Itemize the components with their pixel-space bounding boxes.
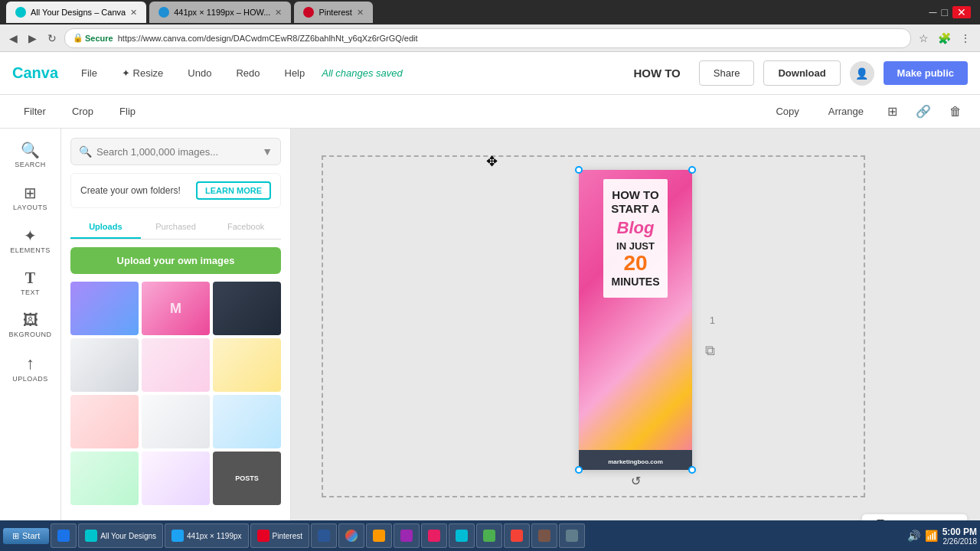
learn-more-button[interactable]: LEARN MORE bbox=[196, 181, 271, 200]
file-button[interactable]: File bbox=[74, 63, 105, 83]
crop-button[interactable]: Crop bbox=[60, 100, 105, 122]
search-input[interactable] bbox=[96, 146, 257, 158]
image-toolbar-right: Copy Arrange ⊞ 🔗 🗑 bbox=[764, 100, 968, 122]
share-button[interactable]: Share bbox=[699, 60, 755, 86]
title-bar: All Your Designs – Canva ✕ 441px × 1199p… bbox=[0, 0, 980, 24]
network-icon[interactable]: 📶 bbox=[925, 530, 938, 542]
taskbar-item-canva1[interactable]: All Your Designs bbox=[78, 523, 163, 548]
address-bar[interactable]: 🔒 Secure https://www.canva.com/design/DA… bbox=[64, 28, 911, 48]
search-icon: 🔍 bbox=[21, 141, 40, 159]
tab-how-close-icon[interactable]: ✕ bbox=[275, 8, 282, 18]
list-item[interactable] bbox=[70, 395, 139, 448]
filter-button[interactable]: Filter bbox=[12, 100, 57, 122]
tab-facebook[interactable]: Facebook bbox=[211, 216, 281, 239]
list-item[interactable]: M bbox=[142, 282, 210, 335]
tab-pinterest[interactable]: Pinterest ✕ bbox=[294, 2, 372, 23]
bookmark-icon[interactable]: ☆ bbox=[916, 29, 932, 47]
tab-purchased[interactable]: Purchased bbox=[141, 216, 211, 239]
taskbar-item-canva2[interactable]: 441px × 1199px bbox=[165, 523, 248, 548]
close-button[interactable]: ✕ bbox=[952, 6, 971, 18]
taskbar-item-app8[interactable] bbox=[421, 523, 447, 548]
flip-button[interactable]: Flip bbox=[108, 100, 147, 122]
design-wrapper: HOW TO START A Blog IN JUST 20 MINUTES m… bbox=[579, 170, 692, 470]
sidebar-item-elements[interactable]: ✦ ELEMENTS bbox=[3, 220, 58, 260]
tab-canva-close-icon[interactable]: ✕ bbox=[130, 8, 137, 18]
selection-handle-br[interactable] bbox=[688, 466, 696, 474]
volume-icon[interactable]: 🔊 bbox=[907, 530, 920, 542]
undo-button[interactable]: Undo bbox=[180, 63, 219, 83]
list-item[interactable] bbox=[142, 338, 210, 392]
list-item[interactable]: POSTS bbox=[213, 452, 281, 505]
pinterest-favicon-icon bbox=[303, 7, 314, 18]
folder-promo: Create your own folders! LEARN MORE bbox=[70, 173, 281, 208]
sidebar-item-layouts[interactable]: ⊞ LAYOUTS bbox=[3, 178, 58, 217]
copy-button[interactable]: Copy bbox=[764, 100, 810, 122]
list-item[interactable] bbox=[142, 395, 210, 448]
sidebar-item-background[interactable]: 🖼 BKGROUND bbox=[3, 305, 58, 344]
resize-button[interactable]: ✦ Resize bbox=[114, 63, 171, 83]
link-icon[interactable]: 🔗 bbox=[910, 101, 937, 122]
list-item[interactable] bbox=[70, 338, 139, 392]
taskbar-item-app13[interactable] bbox=[559, 523, 585, 548]
list-item[interactable] bbox=[70, 452, 139, 505]
start-button[interactable]: ⊞ Start bbox=[3, 528, 49, 544]
tab-uploads[interactable]: Uploads bbox=[70, 216, 141, 239]
copy-page-button[interactable]: ⧉ bbox=[705, 343, 715, 359]
upload-images-button[interactable]: Upload your own images bbox=[70, 247, 281, 274]
settings-icon[interactable]: ⋮ bbox=[957, 29, 974, 47]
sidebar-item-text[interactable]: T TEXT bbox=[3, 263, 58, 302]
search-bar[interactable]: 🔍 ▼ bbox=[70, 138, 281, 165]
refresh-button[interactable]: ↻ bbox=[44, 29, 60, 47]
tab-pinterest-close-icon[interactable]: ✕ bbox=[357, 8, 364, 18]
selection-handle-bl[interactable] bbox=[575, 466, 583, 474]
taskbar-item-word[interactable] bbox=[311, 523, 337, 548]
design-card[interactable]: HOW TO START A Blog IN JUST 20 MINUTES m… bbox=[579, 170, 692, 470]
redo-button[interactable]: Redo bbox=[228, 63, 267, 83]
canvas-area[interactable]: ✥ HOW TO START A Blog IN JU bbox=[291, 129, 980, 551]
how-favicon-icon bbox=[158, 7, 169, 18]
list-item[interactable] bbox=[213, 395, 281, 448]
help-button[interactable]: Help bbox=[277, 63, 313, 83]
taskbar-item-pinterest[interactable]: Pinterest bbox=[250, 523, 309, 548]
make-public-button[interactable]: Make public bbox=[884, 61, 968, 85]
design-domain-bar: marketingboo.com bbox=[579, 450, 692, 470]
taskbar-item-ie[interactable] bbox=[51, 523, 77, 548]
taskbar-item-app6[interactable] bbox=[366, 523, 392, 548]
tab-how[interactable]: 441px × 1199px – HOW... ✕ bbox=[149, 2, 291, 23]
search-dropdown-icon[interactable]: ▼ bbox=[262, 145, 273, 158]
selection-handle-tr[interactable] bbox=[688, 166, 696, 174]
taskbar-item-app7[interactable] bbox=[394, 523, 420, 548]
tab-canva[interactable]: All Your Designs – Canva ✕ bbox=[6, 2, 146, 23]
sidebar-item-uploads[interactable]: ↑ UPLOADS bbox=[3, 347, 58, 389]
minimize-button[interactable]: ─ bbox=[929, 6, 937, 18]
clock-date: 2/26/2018 bbox=[942, 537, 977, 546]
list-item[interactable] bbox=[142, 452, 210, 505]
tab-how-label: 441px × 1199px – HOW... bbox=[174, 8, 270, 17]
back-button[interactable]: ◀ bbox=[6, 29, 21, 47]
list-item[interactable] bbox=[70, 282, 139, 335]
sidebar-item-search[interactable]: 🔍 SEARCH bbox=[3, 135, 58, 174]
app11-icon bbox=[511, 530, 523, 542]
selection-handle-tl[interactable] bbox=[575, 166, 583, 174]
design-name: HOW TO bbox=[633, 67, 680, 80]
pinterest-label: Pinterest bbox=[273, 532, 302, 540]
canva2-label: 441px × 1199px bbox=[187, 532, 241, 540]
app7-icon bbox=[400, 530, 413, 542]
taskbar-item-app11[interactable] bbox=[504, 523, 530, 548]
list-item[interactable] bbox=[213, 282, 281, 335]
arrange-button[interactable]: Arrange bbox=[817, 100, 875, 122]
rotate-handle-icon[interactable]: ↺ bbox=[631, 474, 641, 488]
image-toolbar: Filter Crop Flip Copy Arrange ⊞ 🔗 🗑 bbox=[0, 95, 980, 129]
list-item[interactable] bbox=[213, 338, 281, 392]
extensions-icon[interactable]: 🧩 bbox=[935, 29, 954, 47]
taskbar-item-app10[interactable] bbox=[476, 523, 502, 548]
taskbar-item-chrome[interactable] bbox=[338, 523, 364, 548]
delete-icon[interactable]: 🗑 bbox=[943, 102, 968, 122]
grid-icon[interactable]: ⊞ bbox=[881, 101, 903, 122]
maximize-button[interactable]: □ bbox=[942, 6, 948, 18]
forward-button[interactable]: ▶ bbox=[25, 29, 40, 47]
layouts-icon: ⊞ bbox=[24, 184, 37, 202]
taskbar-item-app12[interactable] bbox=[531, 523, 557, 548]
download-button[interactable]: Download bbox=[763, 60, 840, 86]
taskbar-item-app9[interactable] bbox=[449, 523, 475, 548]
